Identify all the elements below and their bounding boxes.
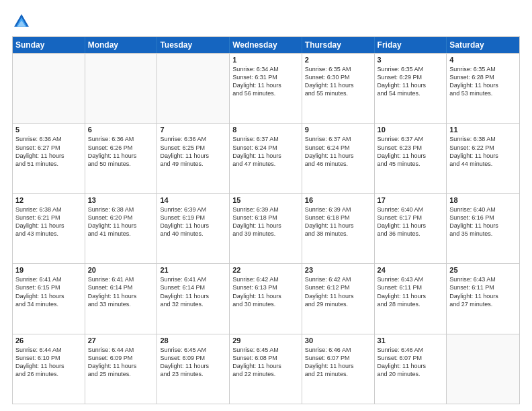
calendar-cell: 21Sunrise: 6:41 AM Sunset: 6:14 PM Dayli… <box>157 264 230 333</box>
day-number: 11 <box>449 126 517 134</box>
calendar-cell: 1Sunrise: 6:34 AM Sunset: 6:31 PM Daylig… <box>230 54 302 123</box>
calendar-cell: 13Sunrise: 6:38 AM Sunset: 6:20 PM Dayli… <box>85 194 158 263</box>
day-number: 10 <box>378 126 444 134</box>
calendar-cell: 8Sunrise: 6:37 AM Sunset: 6:24 PM Daylig… <box>230 124 302 193</box>
day-number: 27 <box>88 336 154 345</box>
calendar-cell: 11Sunrise: 6:38 AM Sunset: 6:22 PM Dayli… <box>447 124 519 193</box>
calendar-cell: 26Sunrise: 6:44 AM Sunset: 6:10 PM Dayli… <box>13 334 85 404</box>
calendar-cell: 2Sunrise: 6:35 AM Sunset: 6:30 PM Daylig… <box>302 54 375 123</box>
weekday-header: Tuesday <box>157 37 230 53</box>
cell-info: Sunrise: 6:37 AM Sunset: 6:23 PM Dayligh… <box>378 135 444 168</box>
day-number: 15 <box>232 196 299 204</box>
calendar-week: 26Sunrise: 6:44 AM Sunset: 6:10 PM Dayli… <box>13 334 519 404</box>
calendar-cell: 22Sunrise: 6:42 AM Sunset: 6:13 PM Dayli… <box>230 264 302 333</box>
calendar-week: 1Sunrise: 6:34 AM Sunset: 6:31 PM Daylig… <box>13 53 519 123</box>
calendar-cell: 27Sunrise: 6:44 AM Sunset: 6:09 PM Dayli… <box>85 334 158 404</box>
cell-info: Sunrise: 6:42 AM Sunset: 6:13 PM Dayligh… <box>232 275 299 308</box>
calendar-cell <box>13 54 85 123</box>
day-number: 31 <box>378 336 444 345</box>
calendar-cell: 14Sunrise: 6:39 AM Sunset: 6:19 PM Dayli… <box>157 194 230 263</box>
day-number: 20 <box>88 266 154 274</box>
day-number: 12 <box>15 196 82 204</box>
cell-info: Sunrise: 6:39 AM Sunset: 6:18 PM Dayligh… <box>232 205 299 238</box>
day-number: 29 <box>232 336 299 345</box>
day-number: 26 <box>15 336 82 345</box>
calendar-cell: 31Sunrise: 6:46 AM Sunset: 6:07 PM Dayli… <box>375 334 447 404</box>
cell-info: Sunrise: 6:39 AM Sunset: 6:18 PM Dayligh… <box>305 205 371 238</box>
day-number: 7 <box>160 126 226 134</box>
cell-info: Sunrise: 6:36 AM Sunset: 6:25 PM Dayligh… <box>160 135 226 168</box>
calendar: SundayMondayTuesdayWednesdayThursdayFrid… <box>12 36 520 404</box>
calendar-cell: 23Sunrise: 6:42 AM Sunset: 6:12 PM Dayli… <box>302 264 375 333</box>
calendar-cell: 24Sunrise: 6:43 AM Sunset: 6:11 PM Dayli… <box>375 264 447 333</box>
cell-info: Sunrise: 6:38 AM Sunset: 6:20 PM Dayligh… <box>88 205 154 238</box>
day-number: 22 <box>232 266 299 274</box>
day-number: 8 <box>232 126 299 134</box>
calendar-cell: 3Sunrise: 6:35 AM Sunset: 6:29 PM Daylig… <box>375 54 447 123</box>
cell-info: Sunrise: 6:46 AM Sunset: 6:07 PM Dayligh… <box>378 346 444 379</box>
cell-info: Sunrise: 6:34 AM Sunset: 6:31 PM Dayligh… <box>232 65 299 98</box>
logo-icon <box>12 12 31 31</box>
calendar-cell: 29Sunrise: 6:45 AM Sunset: 6:08 PM Dayli… <box>230 334 302 404</box>
calendar-week: 12Sunrise: 6:38 AM Sunset: 6:21 PM Dayli… <box>13 193 519 263</box>
calendar-week: 19Sunrise: 6:41 AM Sunset: 6:15 PM Dayli… <box>13 263 519 333</box>
calendar-cell: 10Sunrise: 6:37 AM Sunset: 6:23 PM Dayli… <box>375 124 447 193</box>
weekday-header: Friday <box>375 37 447 53</box>
cell-info: Sunrise: 6:35 AM Sunset: 6:28 PM Dayligh… <box>449 65 517 98</box>
calendar-week: 5Sunrise: 6:36 AM Sunset: 6:27 PM Daylig… <box>13 123 519 193</box>
day-number: 24 <box>378 266 444 274</box>
weekday-header: Wednesday <box>230 37 302 53</box>
day-number: 1 <box>232 56 299 64</box>
day-number: 19 <box>15 266 82 274</box>
page: SundayMondayTuesdayWednesdayThursdayFrid… <box>0 0 532 411</box>
day-number: 25 <box>449 266 517 274</box>
cell-info: Sunrise: 6:40 AM Sunset: 6:17 PM Dayligh… <box>378 205 444 238</box>
calendar-body: 1Sunrise: 6:34 AM Sunset: 6:31 PM Daylig… <box>13 53 519 404</box>
cell-info: Sunrise: 6:44 AM Sunset: 6:10 PM Dayligh… <box>15 346 82 379</box>
day-number: 5 <box>15 126 82 134</box>
weekday-header: Saturday <box>447 37 519 53</box>
cell-info: Sunrise: 6:42 AM Sunset: 6:12 PM Dayligh… <box>305 275 371 308</box>
weekday-header: Monday <box>85 37 158 53</box>
calendar-cell: 19Sunrise: 6:41 AM Sunset: 6:15 PM Dayli… <box>13 264 85 333</box>
calendar-cell: 17Sunrise: 6:40 AM Sunset: 6:17 PM Dayli… <box>375 194 447 263</box>
day-number: 6 <box>88 126 154 134</box>
day-number: 17 <box>378 196 444 204</box>
day-number: 18 <box>449 196 517 204</box>
calendar-cell: 9Sunrise: 6:37 AM Sunset: 6:24 PM Daylig… <box>302 124 375 193</box>
cell-info: Sunrise: 6:41 AM Sunset: 6:14 PM Dayligh… <box>88 275 154 308</box>
day-number: 4 <box>449 56 517 64</box>
cell-info: Sunrise: 6:45 AM Sunset: 6:08 PM Dayligh… <box>232 346 299 379</box>
calendar-cell: 5Sunrise: 6:36 AM Sunset: 6:27 PM Daylig… <box>13 124 85 193</box>
cell-info: Sunrise: 6:46 AM Sunset: 6:07 PM Dayligh… <box>305 346 371 379</box>
cell-info: Sunrise: 6:44 AM Sunset: 6:09 PM Dayligh… <box>88 346 154 379</box>
calendar-cell: 25Sunrise: 6:43 AM Sunset: 6:11 PM Dayli… <box>447 264 519 333</box>
day-number: 14 <box>160 196 226 204</box>
day-number: 30 <box>305 336 371 345</box>
calendar-cell: 15Sunrise: 6:39 AM Sunset: 6:18 PM Dayli… <box>230 194 302 263</box>
cell-info: Sunrise: 6:38 AM Sunset: 6:21 PM Dayligh… <box>15 205 82 238</box>
calendar-cell: 6Sunrise: 6:36 AM Sunset: 6:26 PM Daylig… <box>85 124 158 193</box>
day-number: 23 <box>305 266 371 274</box>
day-number: 16 <box>305 196 371 204</box>
cell-info: Sunrise: 6:41 AM Sunset: 6:15 PM Dayligh… <box>15 275 82 308</box>
calendar-cell: 28Sunrise: 6:45 AM Sunset: 6:09 PM Dayli… <box>157 334 230 404</box>
calendar-cell: 30Sunrise: 6:46 AM Sunset: 6:07 PM Dayli… <box>302 334 375 404</box>
cell-info: Sunrise: 6:38 AM Sunset: 6:22 PM Dayligh… <box>449 135 517 168</box>
cell-info: Sunrise: 6:39 AM Sunset: 6:19 PM Dayligh… <box>160 205 226 238</box>
cell-info: Sunrise: 6:36 AM Sunset: 6:27 PM Dayligh… <box>15 135 82 168</box>
weekday-header: Thursday <box>302 37 375 53</box>
cell-info: Sunrise: 6:36 AM Sunset: 6:26 PM Dayligh… <box>88 135 154 168</box>
calendar-cell: 20Sunrise: 6:41 AM Sunset: 6:14 PM Dayli… <box>85 264 158 333</box>
cell-info: Sunrise: 6:40 AM Sunset: 6:16 PM Dayligh… <box>449 205 517 238</box>
calendar-cell <box>157 54 230 123</box>
cell-info: Sunrise: 6:35 AM Sunset: 6:30 PM Dayligh… <box>305 65 371 98</box>
day-number: 3 <box>378 56 444 64</box>
calendar-cell: 7Sunrise: 6:36 AM Sunset: 6:25 PM Daylig… <box>157 124 230 193</box>
cell-info: Sunrise: 6:37 AM Sunset: 6:24 PM Dayligh… <box>232 135 299 168</box>
calendar-cell <box>85 54 158 123</box>
cell-info: Sunrise: 6:43 AM Sunset: 6:11 PM Dayligh… <box>378 275 444 308</box>
cell-info: Sunrise: 6:37 AM Sunset: 6:24 PM Dayligh… <box>305 135 371 168</box>
calendar-cell: 18Sunrise: 6:40 AM Sunset: 6:16 PM Dayli… <box>447 194 519 263</box>
day-number: 2 <box>305 56 371 64</box>
